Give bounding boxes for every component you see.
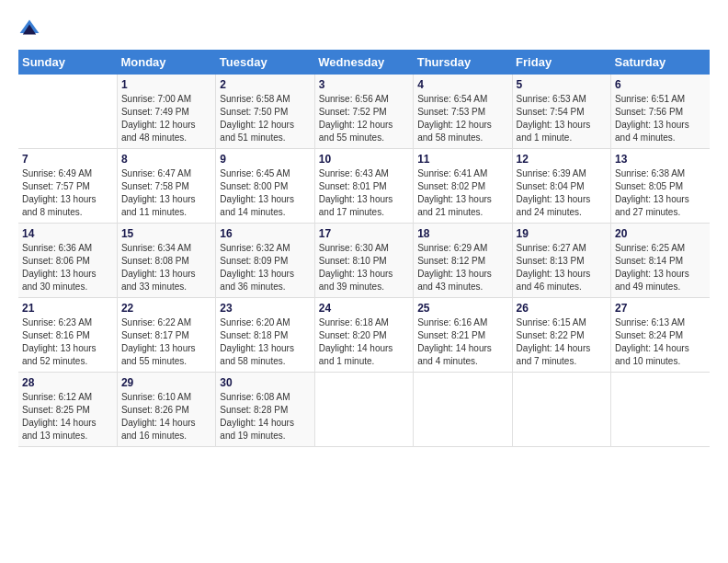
day-number: 28 [22, 376, 113, 389]
day-info: Sunrise: 6:20 AMSunset: 8:18 PMDaylight:… [220, 317, 294, 366]
day-info: Sunrise: 6:51 AMSunset: 7:56 PMDaylight:… [615, 94, 689, 143]
day-number: 1 [121, 78, 211, 91]
day-info: Sunrise: 6:30 AMSunset: 8:10 PMDaylight:… [319, 243, 393, 292]
day-number: 27 [615, 302, 706, 315]
day-number: 20 [615, 227, 706, 240]
day-number: 15 [121, 227, 211, 240]
day-info: Sunrise: 6:23 AMSunset: 8:16 PMDaylight:… [22, 317, 97, 366]
calendar-week-5: 28 Sunrise: 6:12 AMSunset: 8:25 PMDaylig… [18, 373, 710, 447]
day-number: 24 [319, 302, 409, 315]
day-info: Sunrise: 6:38 AMSunset: 8:05 PMDaylight:… [615, 168, 689, 217]
day-number: 16 [220, 227, 310, 240]
day-number: 10 [319, 153, 409, 166]
calendar-cell: 13 Sunrise: 6:38 AMSunset: 8:05 PMDaylig… [611, 149, 710, 224]
day-info: Sunrise: 6:12 AMSunset: 8:25 PMDaylight:… [22, 392, 97, 441]
day-info: Sunrise: 6:34 AMSunset: 8:08 PMDaylight:… [121, 243, 196, 292]
header-monday: Monday [117, 50, 215, 75]
day-number: 9 [220, 153, 310, 166]
day-info: Sunrise: 6:53 AMSunset: 7:54 PMDaylight:… [517, 94, 591, 143]
calendar-week-2: 7 Sunrise: 6:49 AMSunset: 7:57 PMDayligh… [18, 149, 710, 224]
day-number: 2 [220, 78, 310, 91]
calendar-cell: 16 Sunrise: 6:32 AMSunset: 8:09 PMDaylig… [216, 224, 314, 298]
calendar-cell: 8 Sunrise: 6:47 AMSunset: 7:58 PMDayligh… [117, 149, 215, 224]
calendar-cell: 9 Sunrise: 6:45 AMSunset: 8:00 PMDayligh… [216, 149, 314, 224]
calendar-cell: 4 Sunrise: 6:54 AMSunset: 7:53 PMDayligh… [414, 75, 512, 149]
header-tuesday: Tuesday [216, 50, 314, 75]
calendar-week-1: 1 Sunrise: 7:00 AMSunset: 7:49 PMDayligh… [18, 75, 710, 149]
calendar-week-4: 21 Sunrise: 6:23 AMSunset: 8:16 PMDaylig… [18, 298, 710, 373]
day-number: 22 [121, 302, 211, 315]
day-number: 26 [517, 302, 607, 315]
day-number: 5 [517, 78, 607, 91]
day-number: 23 [220, 302, 310, 315]
logo-icon [18, 18, 40, 40]
calendar-cell: 14 Sunrise: 6:36 AMSunset: 8:06 PMDaylig… [18, 224, 117, 298]
day-number: 21 [22, 302, 113, 315]
calendar-cell: 2 Sunrise: 6:58 AMSunset: 7:50 PMDayligh… [216, 75, 314, 149]
logo [18, 18, 44, 40]
header-friday: Friday [512, 50, 610, 75]
day-info: Sunrise: 6:49 AMSunset: 7:57 PMDaylight:… [22, 168, 97, 217]
calendar-cell: 15 Sunrise: 6:34 AMSunset: 8:08 PMDaylig… [117, 224, 215, 298]
calendar-table: SundayMondayTuesdayWednesdayThursdayFrid… [18, 50, 710, 447]
page-header [18, 18, 710, 40]
header-sunday: Sunday [18, 50, 117, 75]
day-info: Sunrise: 6:45 AMSunset: 8:00 PMDaylight:… [220, 168, 294, 217]
day-info: Sunrise: 6:08 AMSunset: 8:28 PMDaylight:… [220, 392, 294, 441]
calendar-cell: 12 Sunrise: 6:39 AMSunset: 8:04 PMDaylig… [512, 149, 610, 224]
day-number: 13 [615, 153, 706, 166]
day-info: Sunrise: 6:25 AMSunset: 8:14 PMDaylight:… [615, 243, 689, 292]
calendar-cell: 1 Sunrise: 7:00 AMSunset: 7:49 PMDayligh… [117, 75, 215, 149]
day-info: Sunrise: 6:22 AMSunset: 8:17 PMDaylight:… [121, 317, 196, 366]
day-number: 14 [22, 227, 113, 240]
calendar-cell: 5 Sunrise: 6:53 AMSunset: 7:54 PMDayligh… [512, 75, 610, 149]
calendar-cell [414, 373, 512, 447]
calendar-cell: 11 Sunrise: 6:41 AMSunset: 8:02 PMDaylig… [414, 149, 512, 224]
calendar-cell: 18 Sunrise: 6:29 AMSunset: 8:12 PMDaylig… [414, 224, 512, 298]
day-info: Sunrise: 6:54 AMSunset: 7:53 PMDaylight:… [417, 94, 492, 143]
calendar-cell: 3 Sunrise: 6:56 AMSunset: 7:52 PMDayligh… [314, 75, 413, 149]
day-info: Sunrise: 6:15 AMSunset: 8:22 PMDaylight:… [517, 317, 591, 366]
day-number: 6 [615, 78, 706, 91]
calendar-cell [314, 373, 413, 447]
day-info: Sunrise: 6:27 AMSunset: 8:13 PMDaylight:… [517, 243, 591, 292]
calendar-cell [18, 75, 117, 149]
calendar-cell: 26 Sunrise: 6:15 AMSunset: 8:22 PMDaylig… [512, 298, 610, 373]
calendar-cell: 28 Sunrise: 6:12 AMSunset: 8:25 PMDaylig… [18, 373, 117, 447]
day-number: 30 [220, 376, 310, 389]
day-info: Sunrise: 6:36 AMSunset: 8:06 PMDaylight:… [22, 243, 97, 292]
day-info: Sunrise: 6:39 AMSunset: 8:04 PMDaylight:… [517, 168, 591, 217]
day-info: Sunrise: 6:41 AMSunset: 8:02 PMDaylight:… [417, 168, 492, 217]
calendar-cell: 7 Sunrise: 6:49 AMSunset: 7:57 PMDayligh… [18, 149, 117, 224]
day-number: 7 [22, 153, 113, 166]
calendar-cell: 29 Sunrise: 6:10 AMSunset: 8:26 PMDaylig… [117, 373, 215, 447]
day-number: 4 [417, 78, 507, 91]
day-info: Sunrise: 6:43 AMSunset: 8:01 PMDaylight:… [319, 168, 393, 217]
header-thursday: Thursday [414, 50, 512, 75]
day-number: 29 [121, 376, 211, 389]
day-number: 19 [517, 227, 607, 240]
day-number: 12 [517, 153, 607, 166]
header-saturday: Saturday [611, 50, 710, 75]
calendar-cell: 21 Sunrise: 6:23 AMSunset: 8:16 PMDaylig… [18, 298, 117, 373]
calendar-cell: 6 Sunrise: 6:51 AMSunset: 7:56 PMDayligh… [611, 75, 710, 149]
calendar-cell: 25 Sunrise: 6:16 AMSunset: 8:21 PMDaylig… [414, 298, 512, 373]
day-info: Sunrise: 6:18 AMSunset: 8:20 PMDaylight:… [319, 317, 393, 366]
calendar-cell: 30 Sunrise: 6:08 AMSunset: 8:28 PMDaylig… [216, 373, 314, 447]
day-number: 3 [319, 78, 409, 91]
calendar-cell: 24 Sunrise: 6:18 AMSunset: 8:20 PMDaylig… [314, 298, 413, 373]
day-number: 17 [319, 227, 409, 240]
day-number: 8 [121, 153, 211, 166]
calendar-cell: 20 Sunrise: 6:25 AMSunset: 8:14 PMDaylig… [611, 224, 710, 298]
calendar-cell [512, 373, 610, 447]
calendar-cell: 19 Sunrise: 6:27 AMSunset: 8:13 PMDaylig… [512, 224, 610, 298]
day-info: Sunrise: 6:29 AMSunset: 8:12 PMDaylight:… [417, 243, 492, 292]
day-number: 11 [417, 153, 507, 166]
calendar-cell: 22 Sunrise: 6:22 AMSunset: 8:17 PMDaylig… [117, 298, 215, 373]
calendar-header-row: SundayMondayTuesdayWednesdayThursdayFrid… [18, 50, 710, 75]
day-info: Sunrise: 6:56 AMSunset: 7:52 PMDaylight:… [319, 94, 393, 143]
calendar-cell: 17 Sunrise: 6:30 AMSunset: 8:10 PMDaylig… [314, 224, 413, 298]
day-info: Sunrise: 6:32 AMSunset: 8:09 PMDaylight:… [220, 243, 294, 292]
header-wednesday: Wednesday [314, 50, 413, 75]
day-info: Sunrise: 6:58 AMSunset: 7:50 PMDaylight:… [220, 94, 294, 143]
